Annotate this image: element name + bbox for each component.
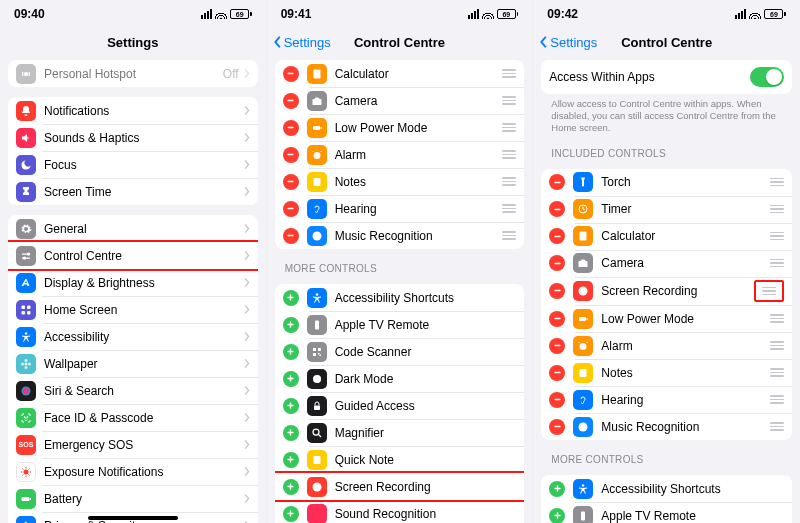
access-toggle[interactable] (750, 67, 784, 87)
svg-rect-95 (554, 318, 560, 319)
remove-button[interactable] (283, 120, 299, 136)
list-row[interactable]: Display & Brightness (8, 269, 258, 296)
remove-button[interactable] (549, 311, 565, 327)
list-row[interactable]: Timer (541, 196, 792, 223)
list-row[interactable]: Alarm (275, 141, 525, 168)
list-row[interactable]: Music Recognition (275, 222, 525, 249)
drag-handle[interactable] (770, 341, 784, 350)
drag-handle[interactable] (770, 178, 784, 187)
list-row[interactable]: Alarm (541, 332, 792, 359)
add-button[interactable] (283, 317, 299, 333)
drag-handle[interactable] (754, 280, 784, 303)
list-row[interactable]: Apple TV Remote (275, 311, 525, 338)
drag-handle[interactable] (502, 204, 516, 213)
drag-handle[interactable] (502, 96, 516, 105)
drag-handle[interactable] (770, 368, 784, 377)
list-row[interactable]: Battery (8, 485, 258, 512)
remove-button[interactable] (283, 201, 299, 217)
add-button[interactable] (283, 425, 299, 441)
svg-point-24 (318, 73, 319, 74)
drag-handle[interactable] (770, 422, 784, 431)
list-row[interactable]: Accessibility Shortcuts (541, 475, 792, 502)
drag-handle[interactable] (502, 177, 516, 186)
list-row[interactable]: General (8, 215, 258, 242)
drag-handle[interactable] (502, 123, 516, 132)
remove-button[interactable] (549, 201, 565, 217)
back-button[interactable]: Settings (273, 28, 331, 56)
remove-button[interactable] (283, 147, 299, 163)
list-row[interactable]: Code Scanner (275, 338, 525, 365)
list-row[interactable]: Notifications (8, 97, 258, 124)
list-row[interactable]: Accessibility Shortcuts (275, 284, 525, 311)
list-row[interactable]: Torch (541, 169, 792, 196)
drag-handle[interactable] (502, 150, 516, 159)
remove-button[interactable] (283, 228, 299, 244)
list-row[interactable]: Control Centre (8, 242, 258, 269)
list-row[interactable]: Camera (541, 250, 792, 277)
drag-handle[interactable] (770, 232, 784, 241)
list-row[interactable]: Notes (275, 168, 525, 195)
drag-handle[interactable] (770, 259, 784, 268)
remove-button[interactable] (549, 392, 565, 408)
add-button[interactable] (549, 481, 565, 497)
list-row[interactable]: Guided Access (275, 392, 525, 419)
drag-handle[interactable] (770, 314, 784, 323)
list-row[interactable]: Accessibility (8, 323, 258, 350)
remove-button[interactable] (549, 283, 565, 299)
scroll-area[interactable]: Personal HotspotOffNotificationsSounds &… (0, 56, 266, 523)
svg-rect-111 (581, 511, 585, 520)
list-row[interactable]: Notes (541, 359, 792, 386)
list-row[interactable]: Home Screen (8, 296, 258, 323)
scroll-area[interactable]: CalculatorCameraLow Power ModeAlarmNotes… (267, 56, 533, 523)
remove-button[interactable] (549, 365, 565, 381)
add-button[interactable] (283, 398, 299, 414)
list-row[interactable]: Apple TV Remote (541, 502, 792, 523)
list-row[interactable]: Music Recognition (541, 413, 792, 440)
list-row[interactable]: Calculator (275, 60, 525, 87)
back-button[interactable]: Settings (539, 28, 597, 56)
list-row[interactable]: Siri & Search (8, 377, 258, 404)
remove-button[interactable] (549, 255, 565, 271)
remove-button[interactable] (549, 338, 565, 354)
add-button[interactable] (283, 506, 299, 522)
remove-button[interactable] (283, 174, 299, 190)
list-row[interactable]: Dark Mode (275, 365, 525, 392)
remove-button[interactable] (549, 174, 565, 190)
access-row[interactable]: Access Within Apps (541, 60, 792, 94)
remove-button[interactable] (549, 419, 565, 435)
list-row[interactable]: Quick Note (275, 446, 525, 473)
list-row[interactable]: Camera (275, 87, 525, 114)
drag-handle[interactable] (502, 231, 516, 240)
home-indicator[interactable] (88, 516, 178, 520)
list-row[interactable]: Exposure Notifications (8, 458, 258, 485)
list-row[interactable]: Hearing (541, 386, 792, 413)
list-row[interactable]: Screen Time (8, 178, 258, 205)
remove-button[interactable] (283, 93, 299, 109)
add-button[interactable] (283, 344, 299, 360)
add-button[interactable] (283, 452, 299, 468)
remove-button[interactable] (549, 228, 565, 244)
add-button[interactable] (283, 371, 299, 387)
list-row[interactable]: Sounds & Haptics (8, 124, 258, 151)
list-row[interactable]: Sound Recognition (275, 500, 525, 523)
list-row[interactable]: Screen Recording (275, 473, 525, 500)
list-row[interactable]: Low Power Mode (541, 305, 792, 332)
list-row[interactable]: SOSEmergency SOS (8, 431, 258, 458)
drag-handle[interactable] (502, 69, 516, 78)
add-button[interactable] (549, 508, 565, 523)
drag-handle[interactable] (770, 205, 784, 214)
list-row[interactable]: Calculator (541, 223, 792, 250)
remove-button[interactable] (283, 66, 299, 82)
list-row[interactable]: Screen Recording (541, 277, 792, 306)
list-row[interactable]: Wallpaper (8, 350, 258, 377)
list-row[interactable]: Magnifier (275, 419, 525, 446)
add-button[interactable] (283, 290, 299, 306)
list-row[interactable]: Focus (8, 151, 258, 178)
list-row[interactable]: Hearing (275, 195, 525, 222)
list-row[interactable]: Personal HotspotOff (8, 60, 258, 87)
drag-handle[interactable] (770, 395, 784, 404)
list-row[interactable]: Low Power Mode (275, 114, 525, 141)
scroll-area[interactable]: Access Within Apps Allow access to Contr… (533, 56, 800, 523)
add-button[interactable] (283, 479, 299, 495)
list-row[interactable]: Face ID & Passcode (8, 404, 258, 431)
